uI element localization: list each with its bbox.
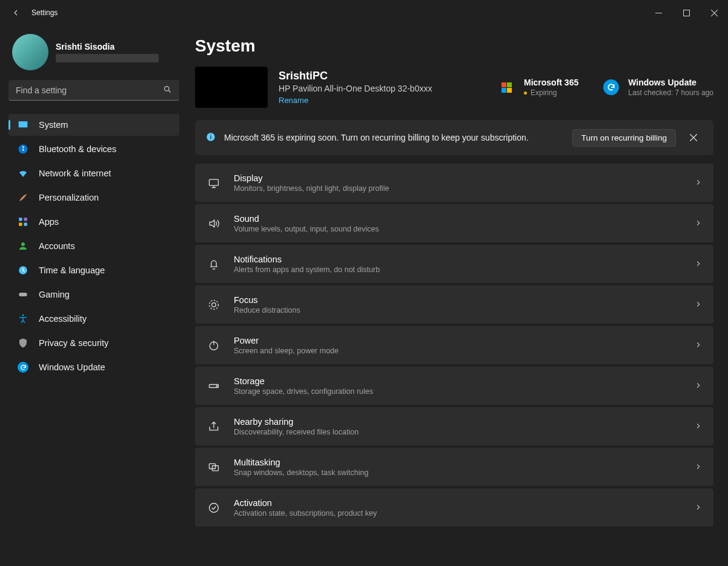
status-title: Windows Update (628, 78, 713, 87)
microsoft-365-icon (497, 78, 517, 97)
card-sub: Storage space, drives, configuration rul… (234, 387, 373, 396)
svg-rect-20 (210, 385, 219, 388)
device-model: HP Pavilion All-in-One Desktop 32-b0xxx (279, 84, 432, 93)
chevron-right-icon (694, 422, 703, 432)
close-button[interactable] (700, 3, 728, 22)
warning-dot-icon (524, 92, 527, 95)
storage-icon (206, 380, 222, 392)
card-sub: Snap windows, desktops, task switching (234, 468, 368, 477)
share-icon (206, 421, 222, 433)
shield-icon (17, 337, 29, 349)
sidebar-item-bluetooth[interactable]: Bluetooth & devices (8, 138, 179, 160)
chevron-right-icon (694, 462, 703, 473)
svg-rect-2 (19, 121, 28, 128)
sidebar-item-label: Apps (39, 217, 59, 227)
sidebar-item-update[interactable]: Windows Update (8, 356, 179, 378)
card-title: Power (234, 336, 339, 345)
sidebar-item-apps[interactable]: Apps (8, 211, 179, 233)
back-button[interactable] (11, 8, 21, 18)
svg-rect-16 (210, 179, 219, 185)
sidebar-item-network[interactable]: Network & internet (8, 162, 179, 184)
wifi-icon (17, 167, 29, 179)
sidebar-item-privacy[interactable]: Privacy & security (8, 332, 179, 354)
sidebar-item-label: Gaming (39, 290, 70, 299)
device-name: SrishtiPC (279, 70, 432, 82)
card-notifications[interactable]: NotificationsAlerts from apps and system… (195, 245, 713, 283)
system-icon (17, 119, 29, 131)
maximize-button[interactable] (672, 3, 700, 22)
sidebar-item-label: System (39, 120, 68, 130)
svg-point-18 (210, 301, 219, 310)
card-sub: Alerts from apps and system, do not dist… (234, 265, 380, 274)
avatar (12, 34, 48, 70)
card-display[interactable]: DisplayMonitors, brightness, night light… (195, 164, 713, 202)
check-icon (206, 502, 222, 514)
chevron-right-icon (694, 381, 703, 391)
card-activation[interactable]: ActivationActivation state, subscription… (195, 488, 713, 527)
sidebar-item-system[interactable]: System (8, 114, 179, 136)
card-sub: Discoverability, received files location (234, 428, 359, 436)
card-multitasking[interactable]: MultitaskingSnap windows, desktops, task… (195, 448, 713, 486)
status-sub: Expiring (531, 88, 557, 97)
sidebar-item-accounts[interactable]: Accounts (8, 235, 179, 257)
search-icon (163, 85, 172, 96)
status-title: Microsoft 365 (524, 78, 578, 87)
chevron-right-icon (694, 178, 703, 188)
chevron-right-icon (694, 219, 703, 229)
banner-close-button[interactable] (684, 128, 703, 147)
sidebar-item-label: Bluetooth & devices (39, 144, 116, 154)
sidebar-item-time[interactable]: Time & language (8, 259, 179, 281)
svg-rect-5 (19, 218, 22, 221)
svg-point-12 (22, 315, 24, 316)
card-sub: Monitors, brightness, night light, displ… (234, 184, 389, 193)
sidebar-item-personalization[interactable]: Personalization (8, 187, 179, 208)
card-title: Display (234, 173, 389, 183)
svg-point-13 (207, 133, 214, 141)
window-title: Settings (31, 8, 58, 17)
svg-rect-15 (210, 135, 211, 135)
card-nearby-sharing[interactable]: Nearby sharingDiscoverability, received … (195, 407, 713, 445)
windows-update-icon (601, 78, 621, 97)
sidebar-item-label: Privacy & security (39, 338, 108, 348)
svg-rect-23 (213, 466, 219, 471)
card-sub: Screen and sleep, power mode (234, 347, 339, 355)
card-sound[interactable]: SoundVolume levels, output, input, sound… (195, 204, 713, 242)
card-title: Sound (234, 214, 379, 224)
user-email (56, 54, 159, 62)
title-bar: Settings (0, 0, 728, 25)
status-windows-update[interactable]: Windows Update Last checked: 7 hours ago (601, 78, 713, 97)
search-input[interactable] (16, 85, 163, 95)
status-m365[interactable]: Microsoft 365 Expiring (497, 78, 578, 97)
banner-action-button[interactable]: Turn on recurring billing (572, 129, 676, 147)
svg-rect-6 (24, 218, 27, 221)
bluetooth-icon (17, 143, 29, 155)
user-block[interactable]: Srishti Sisodia (8, 34, 179, 70)
search-box[interactable] (8, 80, 179, 101)
person-icon (17, 240, 29, 252)
rename-link[interactable]: Rename (279, 96, 432, 105)
card-focus[interactable]: FocusReduce distractions (195, 285, 713, 324)
card-title: Notifications (234, 255, 380, 264)
sidebar-item-label: Time & language (39, 265, 105, 275)
card-sub: Volume levels, output, input, sound devi… (234, 225, 379, 233)
sidebar-item-accessibility[interactable]: Accessibility (8, 308, 179, 330)
svg-rect-14 (210, 136, 211, 139)
card-power[interactable]: PowerScreen and sleep, power mode (195, 326, 713, 364)
card-storage[interactable]: StorageStorage space, drives, configurat… (195, 367, 713, 405)
svg-rect-0 (683, 10, 689, 16)
svg-point-21 (216, 385, 217, 387)
minimize-button[interactable] (644, 3, 672, 22)
card-title: Multitasking (234, 458, 368, 467)
gamepad-icon (17, 288, 29, 301)
sidebar-item-gaming[interactable]: Gaming (8, 284, 179, 305)
clock-icon (17, 264, 29, 276)
sidebar: Srishti Sisodia System Bluetooth & de (0, 25, 188, 566)
device-row: SrishtiPC HP Pavilion All-in-One Desktop… (195, 67, 713, 108)
card-title: Nearby sharing (234, 417, 359, 427)
power-icon (206, 339, 222, 351)
bell-icon (206, 258, 222, 270)
multitasking-icon (206, 461, 222, 473)
card-title: Activation (234, 498, 377, 508)
accessibility-icon (17, 313, 29, 325)
svg-point-17 (212, 303, 216, 307)
